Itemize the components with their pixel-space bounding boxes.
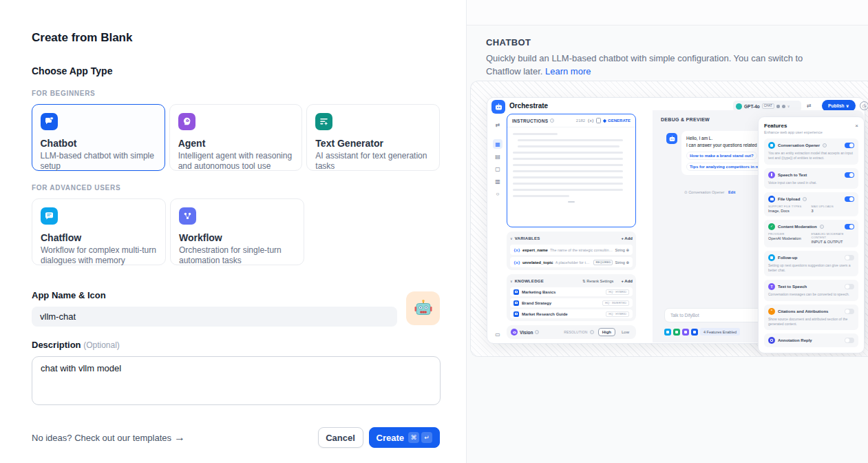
- caret-down-icon[interactable]: ∨: [510, 236, 513, 240]
- feature-citations: “ Citations and Attributions Show source…: [764, 305, 858, 331]
- instructions-panel: INSTRUCTIONS i 2182 {x} GENERATE: [507, 114, 636, 227]
- shield-check-icon: ✓: [768, 223, 775, 230]
- toggle-on[interactable]: [845, 224, 854, 229]
- suggested-question[interactable]: How to make a brand stand out?: [686, 152, 757, 160]
- dataset-icon: [514, 300, 519, 306]
- image-tab-icon[interactable]: ▤: [493, 152, 502, 161]
- model-provider-icon: [736, 103, 742, 110]
- app-type-desc: AI assistant for text generation tasks: [315, 151, 431, 172]
- add-knowledge-button[interactable]: + Add: [621, 279, 633, 283]
- sparkle-icon: [603, 119, 607, 123]
- app-type-name: Chatflow: [41, 232, 157, 243]
- chat-bubble-icon: [768, 142, 775, 149]
- add-variable-button[interactable]: + Add: [621, 236, 633, 240]
- collapse-icon[interactable]: ▭: [493, 329, 502, 339]
- variables-panel: ∨ VARIABLES + Add {x} expert_name The na…: [507, 232, 636, 270]
- toggle-off[interactable]: [845, 255, 854, 260]
- dataset-icon: [514, 289, 519, 295]
- preview-heading: CHATBOT: [486, 37, 868, 48]
- right-topbar: [467, 0, 868, 25]
- app-name-input[interactable]: [32, 307, 397, 327]
- knowledge-row[interactable]: Marketing Basics HQ · HYBRID: [510, 287, 633, 296]
- document-tab-icon[interactable]: ▢: [493, 164, 502, 174]
- model-param-icon: [782, 105, 785, 108]
- app-type-card-agent[interactable]: Agent Intelligent agent with reasoning a…: [169, 104, 303, 171]
- page-title: Create from Blank: [32, 31, 440, 45]
- copy-icon[interactable]: [596, 118, 601, 123]
- index-mode-badge: HQ · HYBRID: [606, 311, 629, 317]
- create-button[interactable]: Create ⌘ ↵: [369, 427, 440, 448]
- history-icon[interactable]: ◷: [860, 101, 868, 110]
- edit-opener-link[interactable]: Edit: [728, 190, 735, 194]
- app-type-desc: LLM-based chatbot with simple setup: [41, 151, 157, 172]
- toggle-off[interactable]: [845, 309, 854, 314]
- index-mode-badge: HQ · INVERTED: [602, 300, 629, 306]
- app-type-preview-panel: CHATBOT Quickly build an LLM-based chatb…: [467, 0, 868, 463]
- feature-speech-to-text: Speech to Text Voice input can be used i…: [764, 168, 858, 189]
- app-type-name: Workflow: [179, 232, 295, 243]
- arrow-right-icon: →: [174, 431, 185, 444]
- beginner-cards: Chatbot LLM-based chatbot with simple se…: [32, 104, 440, 171]
- app-type-card-workflow[interactable]: Workflow Orchestration for single-turn a…: [170, 198, 304, 265]
- info-icon: i: [590, 330, 594, 334]
- resize-handle[interactable]: [568, 201, 575, 203]
- generate-button[interactable]: GENERATE: [603, 119, 631, 123]
- annotation-icon: [768, 337, 775, 344]
- cmd-key-icon: ⌘: [408, 432, 419, 443]
- speech-feature-icon: [682, 329, 689, 336]
- learn-more-link[interactable]: Learn more: [545, 66, 591, 76]
- variable-row[interactable]: {x} expert_name The name of the strategi…: [510, 245, 633, 255]
- app-type-card-chatbot[interactable]: Chatbot LLM-based chatbot with simple se…: [32, 104, 165, 171]
- variable-icon: {x}: [514, 248, 520, 252]
- app-type-desc: Orchestration for single-turn automation…: [179, 245, 295, 266]
- variable-icon[interactable]: {x}: [587, 119, 594, 123]
- knowledge-row[interactable]: Market Research Guide HQ · HYBRID: [510, 309, 633, 318]
- app-type-card-text-generator[interactable]: Text Generator AI assistant for text gen…: [306, 104, 440, 171]
- app-type-desc: Intelligent agent with reasoning and aut…: [178, 151, 294, 172]
- create-button-label: Create: [377, 433, 404, 443]
- moderation-feature-icon: [673, 329, 680, 336]
- feature-conversation-opener: Conversation Opener i You are an entity …: [764, 138, 858, 165]
- model-settings-icon[interactable]: ⇄: [807, 103, 812, 109]
- rerank-settings-button[interactable]: ⇅ Rerank Settings: [582, 279, 613, 283]
- feature-content-moderation: ✓ Content Moderation i PROVIDER OpenAI M…: [764, 220, 858, 247]
- resolution-low-button[interactable]: Low: [619, 329, 632, 336]
- index-mode-badge: HQ · HYBRID: [606, 289, 629, 295]
- upload-feature-icon: [691, 329, 698, 336]
- cancel-button[interactable]: Cancel: [318, 427, 363, 448]
- resolution-high-button[interactable]: High: [598, 328, 615, 336]
- app-type-name: Text Generator: [315, 138, 431, 149]
- modal-footer: No ideas? Check out our templates → Canc…: [32, 427, 440, 448]
- dataset-icon: [514, 311, 519, 317]
- preview-image: Orchestrate GPT-4o CHAT ∨ ⇄ Publish ∨ ◷: [470, 81, 868, 357]
- app-type-card-chatflow[interactable]: Chatflow Workflow for complex multi-turn…: [32, 198, 166, 265]
- close-icon[interactable]: ×: [855, 123, 858, 129]
- feature-text-to-speech: T Text to Speech Conversation messages c…: [764, 280, 858, 300]
- templates-link[interactable]: No ideas? Check out our templates: [32, 433, 171, 443]
- toggle-off[interactable]: [845, 284, 854, 289]
- toggle-on[interactable]: [845, 172, 854, 178]
- toggle-on[interactable]: [845, 143, 854, 148]
- toggle-on[interactable]: [845, 196, 854, 202]
- char-count: 2182: [576, 119, 585, 123]
- knowledge-panel: ∨ KNOWLEDGE ⇅ Rerank Settings + Add Mark…: [507, 274, 636, 321]
- knowledge-row[interactable]: Brand Strategy HQ · INVERTED: [510, 298, 633, 307]
- bot-avatar-icon: [666, 133, 677, 144]
- follow-up-icon: [768, 254, 775, 261]
- variable-row[interactable]: {x} unrelated_topic A placeholder for to…: [510, 257, 633, 267]
- robot-emoji-icon: [414, 299, 433, 318]
- toggle-off[interactable]: [845, 338, 854, 343]
- folder-icon: [768, 196, 775, 203]
- required-badge: REQUIRED: [593, 260, 613, 265]
- info-icon: i: [820, 225, 824, 229]
- app-icon-picker[interactable]: [406, 291, 440, 325]
- swap-icon[interactable]: ⇄: [493, 120, 502, 130]
- enter-key-icon: ↵: [421, 432, 432, 443]
- info-icon: i: [535, 330, 539, 334]
- chatbot-icon: [41, 113, 58, 130]
- pages-tab-icon[interactable]: ▥: [493, 176, 502, 186]
- description-textarea[interactable]: chat with vllm model: [32, 356, 441, 405]
- prompt-tab-icon[interactable]: ▦: [493, 139, 502, 149]
- caret-down-icon[interactable]: ∨: [510, 279, 513, 283]
- globe-tab-icon[interactable]: ○: [493, 189, 502, 198]
